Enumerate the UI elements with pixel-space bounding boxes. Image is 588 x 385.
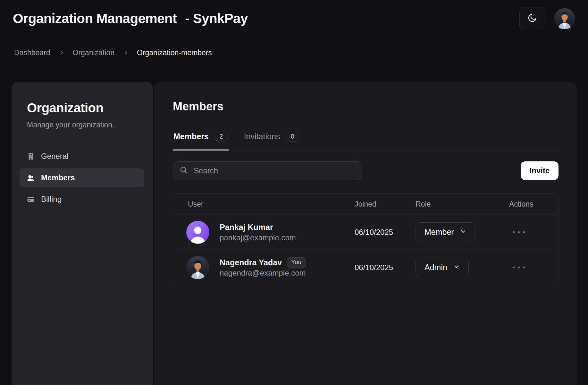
sidebar-subtitle: Manage your organization. (27, 120, 138, 130)
members-table: User Joined Role Actions (173, 193, 559, 285)
member-email: nagendra@example.com (220, 268, 306, 278)
column-actions: Actions (509, 200, 558, 209)
credit-card-icon (27, 195, 35, 203)
building-icon (27, 152, 35, 160)
chevron-down-icon (460, 227, 466, 237)
breadcrumb-current: Organization-members (137, 48, 212, 57)
tab-label: Members (173, 132, 209, 141)
role-select[interactable]: Admin (416, 258, 469, 277)
row-actions-menu-button[interactable] (509, 261, 558, 274)
member-name: Nagendra Yadav You (220, 257, 306, 268)
members-count-badge: 2 (214, 131, 228, 142)
row-actions-menu-button[interactable] (509, 226, 558, 239)
breadcrumb-dashboard[interactable]: Dashboard (14, 48, 50, 57)
tab-invitations[interactable]: Invitations 0 (243, 128, 300, 150)
column-role: Role (416, 200, 509, 209)
avatar-placeholder (186, 221, 209, 244)
members-controls: Invite (173, 161, 559, 180)
app-header: Organization Management - SynkPay (0, 0, 588, 37)
user-cell: Nagendra Yadav You nagendra@example.com (173, 256, 355, 279)
sidebar-title: Organization (27, 100, 138, 116)
tab-label: Invitations (244, 132, 280, 141)
invite-button[interactable]: Invite (521, 161, 559, 180)
members-heading: Members (173, 99, 559, 114)
search-input[interactable] (193, 166, 356, 175)
page-title: Organization Management (13, 11, 177, 26)
table-header: User Joined Role Actions (173, 194, 558, 215)
member-row: Pankaj Kumar pankaj@example.com 06/10/20… (173, 215, 558, 250)
member-joined: 06/10/2025 (355, 228, 416, 237)
sidebar-item-members[interactable]: Members (20, 168, 144, 187)
member-row: Nagendra Yadav You nagendra@example.com … (173, 250, 558, 285)
search-box (173, 161, 362, 180)
avatar-photo (186, 256, 209, 279)
sidebar-item-label: Members (41, 173, 75, 182)
role-select[interactable]: Member (416, 222, 475, 242)
member-email: pankaj@example.com (220, 233, 296, 243)
member-name: Pankaj Kumar (220, 222, 296, 233)
sidebar-item-label: Billing (41, 195, 62, 204)
organization-sidebar: Organization Manage your organization. G… (12, 82, 153, 385)
moon-icon (527, 13, 537, 24)
members-panel: Members Members 2 Invitations 0 Invite (154, 82, 577, 385)
sidebar-item-label: General (41, 152, 68, 161)
you-badge: You (287, 257, 306, 268)
user-cell: Pankaj Kumar pankaj@example.com (173, 221, 355, 244)
user-avatar[interactable] (554, 8, 575, 29)
column-joined: Joined (355, 200, 416, 209)
brand-title: - SynkPay (185, 11, 248, 26)
breadcrumb: Dashboard Organization Organization-memb… (0, 37, 212, 68)
sidebar-menu: General Members Billing (12, 147, 153, 209)
breadcrumb-organization[interactable]: Organization (73, 48, 114, 57)
sidebar-item-billing[interactable]: Billing (20, 190, 144, 209)
theme-toggle-button[interactable] (519, 7, 545, 30)
column-user: User (173, 200, 355, 209)
users-icon (27, 174, 35, 182)
member-joined: 06/10/2025 (355, 263, 416, 272)
search-icon (180, 166, 188, 175)
invitations-count-badge: 0 (286, 131, 299, 142)
tab-members[interactable]: Members 2 (173, 128, 229, 150)
chevron-right-icon (122, 49, 129, 56)
header-actions (519, 7, 575, 30)
sidebar-item-general[interactable]: General (20, 147, 144, 166)
members-tabs: Members 2 Invitations 0 (173, 128, 559, 150)
chevron-right-icon (58, 49, 65, 56)
chevron-down-icon (453, 263, 460, 272)
